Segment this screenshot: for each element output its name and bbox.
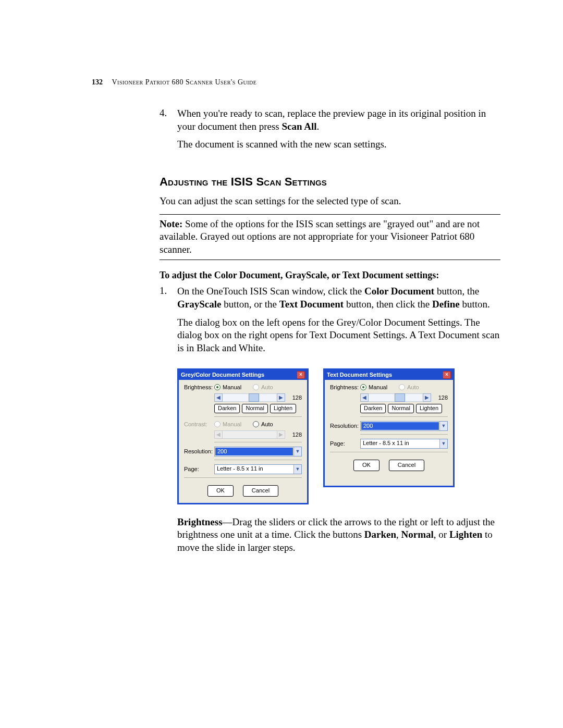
cancel-button[interactable]: Cancel bbox=[389, 460, 424, 471]
ok-button[interactable]: OK bbox=[207, 485, 234, 497]
radio-label: Auto bbox=[407, 384, 419, 390]
text: button, the bbox=[434, 286, 479, 297]
bold: Color Document bbox=[364, 286, 434, 297]
contrast-auto-radio[interactable]: Auto bbox=[253, 421, 273, 427]
dialog-titlebar[interactable]: Text Document Settings × bbox=[325, 370, 453, 380]
darken-button[interactable]: Darken bbox=[214, 404, 240, 413]
section-heading: Adjusting the ISIS Scan Settings bbox=[160, 175, 500, 189]
close-icon[interactable]: × bbox=[443, 371, 451, 379]
arrow-left-icon: ◀ bbox=[214, 430, 223, 439]
radio-label: Manual bbox=[369, 384, 387, 390]
dialog-title: Grey/Color Document Settings bbox=[181, 372, 264, 378]
page-select[interactable]: Letter - 8.5 x 11 in ▼ bbox=[214, 464, 302, 474]
dialog-title: Text Document Settings bbox=[327, 372, 392, 378]
resolution-label: Resolution: bbox=[184, 448, 214, 454]
note-body: Some of the options for the ISIS scan se… bbox=[160, 218, 480, 255]
page-number: 132 bbox=[92, 78, 103, 86]
lighten-button[interactable]: Lighten bbox=[270, 404, 296, 413]
step-4: 4. When you're ready to scan, replace th… bbox=[160, 107, 500, 156]
brightness-slider[interactable] bbox=[223, 393, 277, 402]
brightness-slider[interactable] bbox=[369, 393, 423, 402]
radio-label: Auto bbox=[261, 421, 273, 427]
dialog-titlebar[interactable]: Grey/Color Document Settings × bbox=[179, 370, 307, 380]
text: button, then click the bbox=[344, 299, 432, 310]
auto-radio: Auto bbox=[253, 384, 273, 390]
bold: Define bbox=[432, 299, 460, 310]
radio-label: Manual bbox=[223, 384, 241, 390]
step-1: 1. On the OneTouch ISIS Scan window, cli… bbox=[160, 285, 500, 360]
bold: Darken bbox=[364, 529, 396, 540]
text: When you're ready to scan, replace the p… bbox=[177, 108, 486, 132]
text-document-dialog: Text Document Settings × Brightness: Man… bbox=[323, 368, 455, 487]
intro-paragraph: You can adjust the scan settings for the… bbox=[160, 195, 500, 208]
bold: Text Document bbox=[279, 299, 344, 310]
radio-label: Manual bbox=[223, 421, 241, 427]
bold: Brightness bbox=[177, 516, 223, 527]
arrow-left-icon[interactable]: ◀ bbox=[360, 393, 369, 402]
chevron-down-icon[interactable]: ▼ bbox=[439, 439, 447, 448]
normal-button[interactable]: Normal bbox=[388, 404, 413, 413]
slider-thumb[interactable] bbox=[249, 393, 259, 402]
step-1-para2: The dialog box on the left opens for the… bbox=[177, 316, 500, 355]
contrast-slider bbox=[223, 430, 277, 439]
step-4-line1: When you're ready to scan, replace the p… bbox=[177, 107, 500, 133]
lighten-button[interactable]: Lighten bbox=[416, 404, 442, 413]
text: button, or the bbox=[221, 299, 279, 310]
step-1-number: 1. bbox=[160, 285, 177, 360]
brightness-paragraph: Brightness—Drag the sliders or click the… bbox=[177, 516, 500, 554]
step-4-number: 4. bbox=[160, 107, 177, 156]
manual-radio[interactable]: Manual bbox=[214, 384, 241, 390]
subheading: To adjust the Color Document, GrayScale,… bbox=[160, 269, 500, 281]
chevron-down-icon[interactable]: ▼ bbox=[439, 422, 447, 430]
note-label: Note: bbox=[160, 218, 182, 229]
resolution-label: Resolution: bbox=[330, 423, 360, 429]
text: , bbox=[396, 529, 401, 540]
page-select[interactable]: Letter - 8.5 x 11 in ▼ bbox=[360, 439, 448, 449]
arrow-right-icon[interactable]: ▶ bbox=[423, 393, 431, 402]
resolution-value: 200 bbox=[361, 422, 439, 430]
resolution-select[interactable]: 200 ▼ bbox=[214, 447, 302, 456]
brightness-label: Brightness: bbox=[184, 384, 214, 390]
bold: Lighten bbox=[449, 529, 482, 540]
radio-label: Auto bbox=[261, 384, 273, 390]
page-value: Letter - 8.5 x 11 in bbox=[215, 465, 293, 474]
slider-thumb[interactable] bbox=[395, 393, 405, 402]
chevron-down-icon[interactable]: ▼ bbox=[293, 465, 301, 474]
step-1-para1: On the OneTouch ISIS Scan window, click … bbox=[177, 285, 500, 311]
bold: GrayScale bbox=[177, 299, 221, 310]
page: 132 Visioneer Patriot 680 Scanner User's… bbox=[0, 0, 563, 610]
scan-all-bold: Scan All bbox=[282, 121, 317, 132]
page-value: Letter - 8.5 x 11 in bbox=[361, 439, 439, 448]
close-icon[interactable]: × bbox=[297, 371, 305, 379]
ok-button[interactable]: OK bbox=[353, 460, 380, 471]
manual-radio[interactable]: Manual bbox=[360, 384, 387, 390]
text: On the OneTouch ISIS Scan window, click … bbox=[177, 286, 364, 297]
cancel-button[interactable]: Cancel bbox=[243, 485, 278, 497]
grey-color-dialog: Grey/Color Document Settings × Brightnes… bbox=[177, 368, 309, 504]
auto-radio: Auto bbox=[399, 384, 419, 390]
chevron-down-icon[interactable]: ▼ bbox=[293, 447, 301, 456]
page-label: Page: bbox=[184, 466, 214, 472]
text: , or bbox=[434, 529, 449, 540]
contrast-value: 128 bbox=[289, 431, 302, 438]
arrow-right-icon: ▶ bbox=[277, 430, 285, 439]
brightness-value: 128 bbox=[435, 394, 448, 401]
text: . bbox=[317, 121, 320, 132]
dialog-screenshots: Grey/Color Document Settings × Brightnes… bbox=[177, 368, 500, 504]
resolution-select[interactable]: 200 ▼ bbox=[360, 421, 448, 431]
running-header: 132 Visioneer Patriot 680 Scanner User's… bbox=[92, 78, 500, 87]
contrast-label: Contrast: bbox=[184, 421, 214, 427]
text: button. bbox=[460, 299, 490, 310]
guide-title: Visioneer Patriot 680 Scanner User's Gui… bbox=[112, 78, 257, 86]
arrow-right-icon[interactable]: ▶ bbox=[277, 393, 285, 402]
brightness-label: Brightness: bbox=[330, 384, 360, 390]
normal-button[interactable]: Normal bbox=[242, 404, 267, 413]
darken-button[interactable]: Darken bbox=[360, 404, 386, 413]
brightness-value: 128 bbox=[289, 394, 302, 401]
page-label: Page: bbox=[330, 440, 360, 447]
step-4-line2: The document is scanned with the new sca… bbox=[177, 138, 500, 151]
resolution-value: 200 bbox=[215, 448, 293, 455]
arrow-left-icon[interactable]: ◀ bbox=[214, 393, 223, 402]
contrast-manual-radio: Manual bbox=[214, 421, 241, 427]
note-block: Note: Some of the options for the ISIS s… bbox=[160, 214, 500, 260]
